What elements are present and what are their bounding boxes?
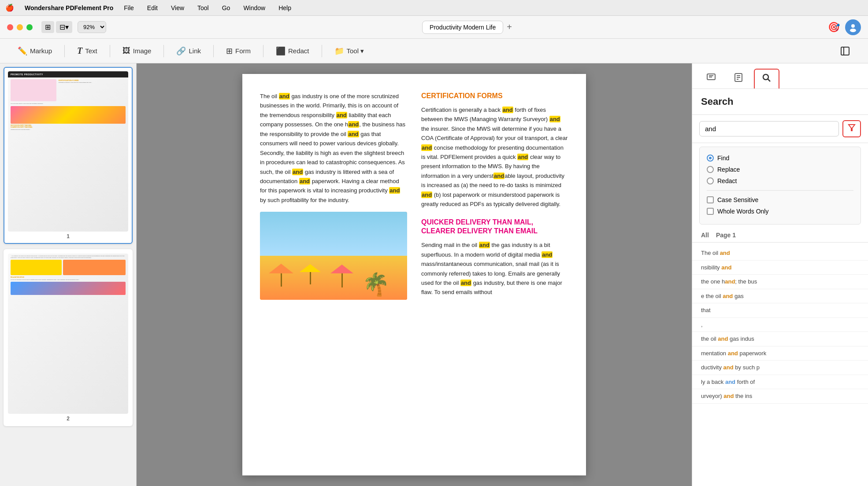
highlight-and-7: and — [502, 107, 513, 113]
result-item-4[interactable]: e the oil and gas — [692, 289, 868, 304]
highlight-and-13: and — [479, 242, 490, 248]
result-item-7[interactable]: the oil and gas indus — [692, 332, 868, 346]
thumbnail-sidebar: PROMOTE PRODUCTIVITY CERTIFICATION FORMS… — [0, 63, 137, 486]
highlight-and-11: and — [493, 173, 504, 179]
redact-button[interactable]: ⬛ Redact — [269, 43, 316, 59]
radio-find[interactable]: Find — [707, 152, 853, 164]
result-highlight-7: and — [718, 335, 728, 342]
document-tab[interactable]: Productivity Modern Life — [422, 21, 503, 34]
results-all: All — [701, 232, 709, 239]
form-icon: ⊞ — [226, 46, 233, 56]
thumbnail-page-1[interactable]: PROMOTE PRODUCTIVITY CERTIFICATION FORMS… — [4, 67, 133, 244]
link-button[interactable]: 🔗 Link — [169, 43, 208, 59]
app-name: Wondershare PDFelement Pro — [25, 4, 113, 11]
panel-toggle-button[interactable] — [833, 42, 857, 60]
result-item-3[interactable]: the one hand; the bus — [692, 275, 868, 289]
zoom-select[interactable]: 92% — [78, 21, 106, 33]
toolbar-sep-1 — [64, 45, 65, 57]
redact-label: Redact — [288, 47, 309, 55]
text-button[interactable]: T Text — [70, 42, 104, 59]
text-label: Text — [85, 47, 97, 55]
highlight-and-6: and — [389, 187, 400, 194]
menu-bar: 🍎 Wondershare PDFelement Pro File Edit V… — [0, 0, 868, 16]
toolbar-sep-6 — [322, 45, 322, 57]
pdf-left-col: The oil and gas industry is one of the m… — [260, 92, 407, 300]
maximize-button[interactable] — [26, 24, 33, 30]
checkbox-whole-words[interactable]: Whole Words Only — [707, 206, 853, 217]
markup-icon: ✏️ — [18, 46, 27, 56]
radio-redact-indicator — [707, 177, 714, 184]
checkbox-case-label: Case Sensitive — [717, 196, 758, 203]
filter-button[interactable] — [842, 120, 861, 137]
svg-point-1 — [850, 29, 856, 32]
thumbnail-page-2[interactable]: ...you integrate your graphs and data in… — [4, 249, 133, 426]
checkbox-words-label: Whole Words Only — [717, 208, 768, 215]
result-item-2[interactable]: nsibility and — [692, 261, 868, 275]
results-header: All Page 1 — [692, 228, 868, 243]
menu-go[interactable]: Go — [219, 4, 233, 12]
search-input[interactable] — [699, 121, 839, 136]
toolbar: ✏️ Markup T Text 🖼 Image 🔗 Link ⊞ Form ⬛… — [0, 39, 868, 63]
tool-icon: 📁 — [334, 46, 344, 56]
highlight-and-8: and — [549, 116, 560, 122]
title-bar: ⊞ ⊟▾ 92% Productivity Modern Life + 🎯 — [0, 16, 868, 39]
result-item-1[interactable]: The oil and — [692, 246, 868, 261]
rp-tab-search[interactable] — [754, 69, 779, 88]
link-label: Link — [189, 47, 201, 55]
thumb-header-1: PROMOTE PRODUCTIVITY — [8, 71, 128, 77]
result-item-5[interactable]: that — [692, 303, 868, 318]
quick-text: Sending mail in the oil and the gas indu… — [421, 240, 568, 297]
avatar[interactable] — [845, 19, 861, 35]
svg-line-12 — [768, 79, 771, 82]
result-item-6[interactable]: , — [692, 318, 868, 332]
highlight-and-4: and — [292, 169, 303, 175]
tool-label: Tool ▾ — [347, 47, 364, 55]
close-button[interactable] — [7, 24, 13, 30]
tool-button[interactable]: 📁 Tool ▾ — [327, 43, 371, 59]
cert-text: Certification is generally a back and fo… — [421, 105, 568, 209]
checkbox-case-sensitive[interactable]: Case Sensitive — [707, 194, 853, 206]
results-page: Page 1 — [716, 232, 736, 239]
highlight-and-15: and — [460, 280, 471, 286]
form-button[interactable]: ⊞ Form — [219, 43, 258, 59]
grid-view-button[interactable]: ⊞ — [41, 21, 54, 33]
thumb-page-num-1: 1 — [8, 233, 128, 239]
tips-icon[interactable]: 🎯 — [828, 22, 840, 33]
minimize-button[interactable] — [17, 24, 23, 30]
result-item-11[interactable]: urveyor) and the ins — [692, 389, 868, 404]
menu-help[interactable]: Help — [276, 4, 294, 12]
result-highlight-9: and — [723, 364, 734, 371]
result-item-10[interactable]: ly a back and forth of — [692, 375, 868, 390]
pdf-image-row: 🌴 — [260, 212, 407, 300]
menu-view[interactable]: View — [168, 4, 187, 12]
highlight-and-2: and — [336, 112, 347, 118]
result-item-8[interactable]: mentation and paperwork — [692, 346, 868, 361]
document-area[interactable]: The oil and gas industry is one of the m… — [137, 63, 692, 486]
result-highlight-3: and — [725, 278, 735, 285]
toolbar-sep-2 — [110, 45, 110, 57]
result-highlight-8: and — [728, 350, 738, 357]
menu-window[interactable]: Window — [241, 4, 268, 12]
highlight-and-3: and — [348, 131, 359, 137]
result-item-9[interactable]: ductivity and by such p — [692, 361, 868, 375]
highlight-and-14: and — [542, 251, 553, 258]
link-icon: 🔗 — [176, 46, 186, 56]
add-tab-button[interactable]: + — [507, 22, 512, 32]
right-panel: Search Find Replace Redact — [692, 63, 868, 486]
radio-replace[interactable]: Replace — [707, 164, 853, 175]
radio-redact[interactable]: Redact — [707, 175, 853, 187]
menu-edit[interactable]: Edit — [145, 4, 160, 12]
rp-tab-pages[interactable] — [727, 69, 750, 88]
menu-tool[interactable]: Tool — [195, 4, 211, 12]
rp-tab-comment[interactable] — [699, 69, 723, 88]
menu-file[interactable]: File — [121, 4, 137, 12]
panel-view-button[interactable]: ⊟▾ — [56, 21, 72, 33]
image-label: Image — [133, 47, 152, 55]
toolbar-sep-4 — [213, 45, 214, 57]
thumb-img-beach — [11, 106, 126, 124]
checkbox-case-indicator — [707, 196, 714, 203]
radio-replace-indicator — [707, 166, 714, 173]
thumb-body-2: ...you integrate your graphs and data in… — [8, 254, 128, 414]
markup-button[interactable]: ✏️ Markup — [11, 43, 59, 59]
image-button[interactable]: 🖼 Image — [115, 43, 159, 59]
